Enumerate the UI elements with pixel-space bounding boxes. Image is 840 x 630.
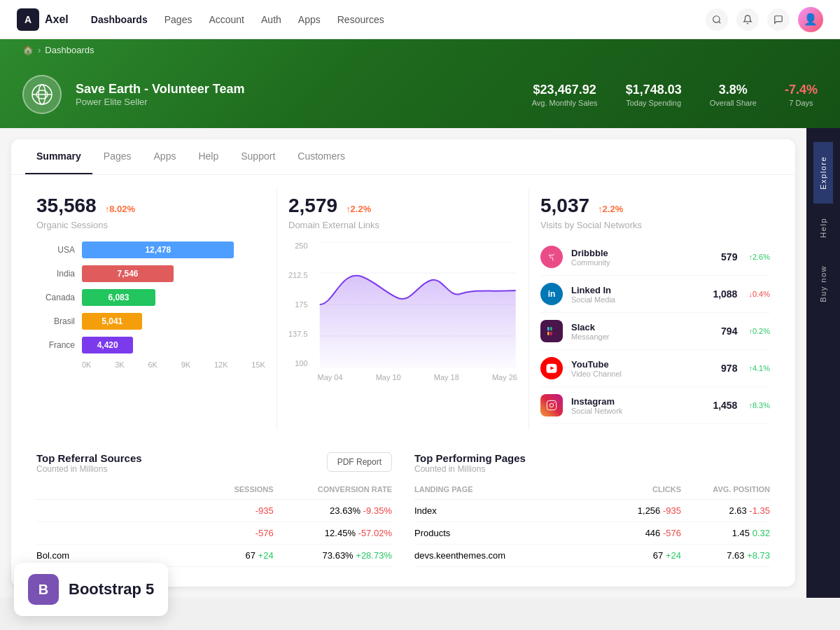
- social-linkedin: in Linked In Social Media 1,088 ↓0.4%: [540, 276, 770, 313]
- referral-row-2: -576 12.45% -57.02%: [36, 522, 392, 545]
- svg-point-16: [554, 402, 554, 403]
- organic-sessions-label: Organic Sessions: [36, 220, 265, 230]
- domain-links-section: 2,579 ↑2.2% Domain External Links 250 21…: [277, 189, 529, 430]
- top-pages-subtitle: Counted in Millions: [414, 464, 526, 474]
- right-sidebar: Explore Help Buy now: [806, 128, 840, 598]
- tab-pages[interactable]: Pages: [92, 139, 143, 174]
- domain-links-change: ↑2.2%: [346, 204, 371, 214]
- domain-links-label: Domain External Links: [288, 220, 517, 230]
- referral-section: Top Referral Sources Counted in Millions…: [25, 444, 403, 575]
- breadcrumb: 🏠 › Dashboards: [22, 45, 818, 55]
- page-row-products: Products 446 -576 1.45 0.32: [414, 522, 770, 545]
- social-visits-label: Visits by Social Networks: [540, 220, 770, 230]
- tab-support[interactable]: Support: [230, 139, 286, 174]
- organic-sessions-section: 35,568 ↑8.02% Organic Sessions USA 12,47…: [25, 189, 277, 430]
- tab-summary[interactable]: Summary: [25, 139, 92, 174]
- svg-rect-11: [550, 327, 552, 330]
- main-container: Summary Pages Apps Help Support Customer…: [0, 128, 840, 598]
- top-pages-header: LANDING PAGE CLICKS AVG. POSITION: [414, 479, 770, 500]
- nav-auth[interactable]: Auth: [261, 11, 281, 28]
- navbar-right: 👤: [706, 7, 823, 32]
- bar-usa: USA 12,478: [36, 241, 265, 258]
- notifications-button[interactable]: [736, 8, 759, 31]
- search-button[interactable]: [706, 8, 728, 31]
- bar-india: India 7,546: [36, 265, 265, 282]
- social-slack: Slack Messanger 794 ↑0.2%: [540, 313, 770, 350]
- content-area: Summary Pages Apps Help Support Customer…: [0, 128, 806, 598]
- chat-button[interactable]: [767, 8, 790, 31]
- tab-customers[interactable]: Customers: [286, 139, 356, 174]
- social-visits-change: ↑2.2%: [598, 204, 623, 214]
- page-row-index: Index 1,256 -935 2.63 -1.35: [414, 500, 770, 522]
- referral-pdf-button[interactable]: PDF Report: [327, 452, 392, 472]
- svg-rect-10: [547, 327, 550, 330]
- bar-france: France 4,420: [36, 337, 265, 354]
- bootstrap-badge: B Bootstrap 5: [14, 563, 168, 598]
- social-dribbble: Dribbble Community 579 ↑2.6%: [540, 239, 770, 276]
- main-card: Summary Pages Apps Help Support Customer…: [11, 139, 795, 587]
- social-youtube: YouTube Video Channel 978 ↑4.1%: [540, 350, 770, 387]
- stat-7days: -7.4% 7 Days: [785, 83, 818, 107]
- navbar: A Axel Dashboards Pages Account Auth App…: [0, 0, 840, 39]
- top-pages-section: Top Performing Pages Counted in Millions…: [403, 444, 781, 575]
- bootstrap-icon: B: [28, 574, 59, 598]
- bar-brasil: Brasil 5,041: [36, 313, 265, 330]
- social-section: 5,037 ↑2.2% Visits by Social Networks Dr…: [529, 189, 781, 430]
- top-pages-title: Top Performing Pages: [414, 452, 526, 464]
- nav-apps[interactable]: Apps: [298, 11, 321, 28]
- team-logo: [22, 75, 62, 114]
- card-tabs: Summary Pages Apps Help Support Customer…: [11, 139, 795, 175]
- bootstrap-label: Bootstrap 5: [69, 580, 154, 598]
- slack-icon: [540, 320, 563, 342]
- stat-today-spending: $1,748.03 Today Spending: [626, 83, 682, 107]
- sidebar-tab-help[interactable]: Help: [813, 204, 833, 252]
- social-list: Dribbble Community 579 ↑2.6% in: [540, 239, 770, 424]
- tab-help[interactable]: Help: [187, 139, 230, 174]
- nav-account[interactable]: Account: [209, 11, 244, 28]
- tab-apps[interactable]: Apps: [143, 139, 188, 174]
- svg-point-0: [713, 15, 720, 22]
- social-visits-value: 5,037: [540, 195, 589, 217]
- nav-pages[interactable]: Pages: [164, 11, 192, 28]
- header-banner: 🏠 › Dashboards Save Earth - Volunteer Te…: [0, 39, 840, 128]
- nav-dashboards[interactable]: Dashboards: [91, 11, 148, 28]
- domain-links-value: 2,579: [288, 195, 337, 217]
- brand[interactable]: A Axel: [17, 8, 69, 31]
- svg-rect-12: [547, 332, 550, 335]
- referral-header: SESSIONS CONVERSION RATE: [36, 479, 392, 500]
- breadcrumb-home-icon: 🏠: [22, 45, 34, 55]
- dashboard-grid: 35,568 ↑8.02% Organic Sessions USA 12,47…: [11, 175, 795, 444]
- stat-overall-share: 3.8% Overall Share: [710, 83, 757, 107]
- brand-name: Axel: [45, 13, 69, 26]
- user-avatar[interactable]: 👤: [798, 7, 823, 32]
- organic-sessions-change: ↑8.02%: [105, 204, 135, 214]
- stat-monthly-sales: $23,467.92 Avg. Monthly Sales: [532, 83, 598, 107]
- bar-chart: USA 12,478 India 7,546 Canad: [36, 241, 265, 369]
- referral-title: Top Referral Sources: [36, 452, 142, 464]
- line-chart-svg: [318, 241, 517, 368]
- svg-rect-14: [547, 400, 556, 410]
- team-info: Save Earth - Volunteer Team Power Elite …: [76, 82, 518, 107]
- nav-links: Dashboards Pages Account Auth Apps Resou…: [91, 11, 706, 28]
- nav-resources[interactable]: Resources: [337, 11, 384, 28]
- bar-axis: 0K3K6K9K12K15K: [36, 360, 265, 369]
- team-name: Save Earth - Volunteer Team: [76, 82, 518, 97]
- team-role: Power Elite Seller: [76, 97, 518, 107]
- sidebar-tab-explore[interactable]: Explore: [813, 142, 833, 204]
- banner-stats: $23,467.92 Avg. Monthly Sales $1,748.03 …: [532, 83, 818, 107]
- breadcrumb-separator: ›: [38, 45, 41, 55]
- breadcrumb-current: Dashboards: [45, 45, 94, 55]
- referral-row-1: -935 23.63% -9.35%: [36, 500, 392, 522]
- linkedin-icon: in: [540, 283, 563, 305]
- social-instagram: Instagram Social Network 1,458 ↑8.3%: [540, 387, 770, 424]
- page-row-devs: devs.keenthemes.com 67 +24 7.63 +8.73: [414, 545, 770, 567]
- organic-sessions-value: 35,568: [36, 195, 97, 217]
- dribbble-icon: [540, 246, 563, 268]
- instagram-icon: [540, 394, 563, 416]
- svg-point-15: [550, 403, 553, 407]
- bar-canada: Canada 6,083: [36, 289, 265, 306]
- youtube-icon: [540, 357, 563, 379]
- sidebar-tab-buynow[interactable]: Buy now: [813, 251, 833, 316]
- referral-subtitle: Counted in Millions: [36, 464, 142, 474]
- brand-icon: A: [17, 8, 39, 31]
